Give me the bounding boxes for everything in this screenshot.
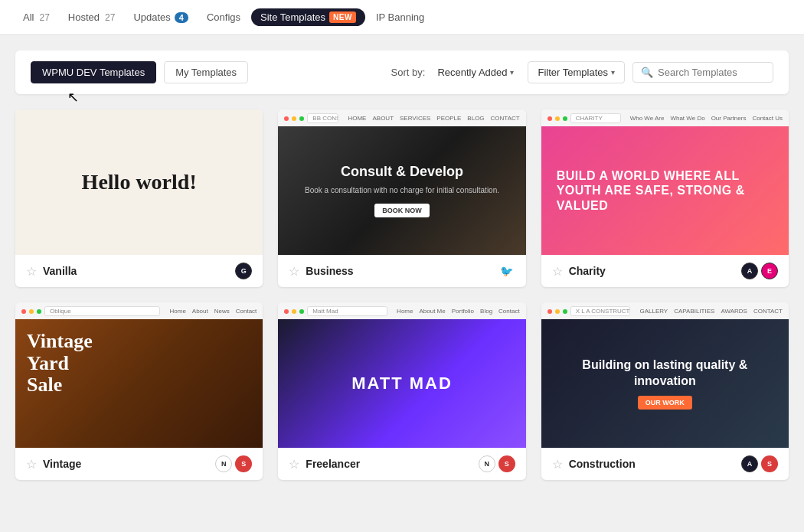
tab-my-templates[interactable]: My Templates [164, 61, 248, 83]
browser-bar-charity: CHARITY Who We AreWhat We DoOur Partners… [541, 109, 789, 128]
card-footer-freelancer: ☆ Freelancer N S [278, 448, 525, 480]
template-tags-charity: A E [741, 263, 778, 279]
template-thumb-vanilla[interactable]: Hello world! [15, 109, 263, 255]
nav-label-configs: Configs [207, 11, 240, 23]
tab-wpmu-dev[interactable]: WPMU DEV Templates [31, 61, 156, 83]
favorite-icon-business[interactable]: ☆ [289, 264, 299, 279]
browser-nav-construction: GALLERYCAPABILITIESAWARDSCONTACT [639, 308, 783, 315]
browser-dot-green-c [563, 116, 567, 121]
template-tags-vintage: N S [215, 455, 252, 472]
browser-nav-freelancer: HomeAbout MePortfolioBlogContact [397, 308, 520, 315]
thumb-construction-bg: Building on lasting quality & innovation… [541, 319, 789, 448]
tag-stackable-icon-con: S [761, 455, 778, 472]
template-thumb-business[interactable]: BB CONSULTING HOMEABOUTSERVICESPEOPLEBLO… [278, 109, 525, 255]
sort-section: Sort by: Recently Added ▾ [391, 64, 521, 81]
favorite-icon-freelancer[interactable]: ☆ [289, 457, 299, 472]
sort-select[interactable]: Recently Added ▾ [431, 64, 520, 81]
thumb-freelancer-name: MATT MAD [351, 374, 453, 393]
nav-item-hosted[interactable]: Hosted 27 [60, 7, 123, 28]
browser-dot-green-v [37, 309, 41, 314]
template-thumb-vintage[interactable]: Oblique HomeAboutNewsContact VintageYard… [15, 302, 263, 448]
template-card-construction: X L A CONSTRUCTION GALLERYCAPABILITIESAW… [541, 302, 789, 480]
nav-label-all: All [23, 11, 34, 23]
browser-nav-charity: Who We AreWhat We DoOur PartnersContact … [630, 115, 783, 122]
browser-dot-red-con [547, 309, 552, 314]
template-name-business: Business [306, 265, 492, 277]
sort-label: Sort by: [391, 67, 426, 78]
card-footer-vintage: ☆ Vintage N S [15, 448, 263, 480]
thumb-charity-text: BUILD A WORLD WHERE ALL YOUTH ARE SAFE, … [557, 168, 773, 213]
templates-grid: Hello world! ☆ Vanilla G BB CONSULTING [15, 109, 789, 480]
top-navigation: All 27 Hosted 27 Updates 4 Configs Site … [0, 0, 804, 35]
browser-bar-construction: X L A CONSTRUCTION GALLERYCAPABILITIESAW… [541, 302, 789, 321]
sort-chevron-icon: ▾ [510, 68, 514, 77]
nav-item-all[interactable]: All 27 [15, 7, 57, 28]
template-card-charity: CHARITY Who We AreWhat We DoOur Partners… [541, 109, 789, 287]
template-thumb-charity[interactable]: CHARITY Who We AreWhat We DoOur Partners… [541, 109, 789, 255]
browser-dot-green-f [299, 309, 304, 314]
search-box: 🔍 [632, 62, 773, 83]
thumb-business-btn: BOOK NOW [374, 204, 430, 217]
browser-dot-red-f [284, 309, 289, 314]
nav-count-all: 27 [39, 12, 49, 23]
thumb-charity-bg: BUILD A WORLD WHERE ALL YOUTH ARE SAFE, … [541, 126, 789, 255]
template-thumb-construction[interactable]: X L A CONSTRUCTION GALLERYCAPABILITIESAW… [541, 302, 789, 448]
browser-url-charity: CHARITY [570, 113, 621, 123]
thumb-content-freelancer: MATT MAD [278, 319, 525, 448]
card-footer-charity: ☆ Charity A E [541, 255, 789, 287]
template-card-freelancer: Matt Mad HomeAbout MePortfolioBlogContac… [278, 302, 525, 480]
nav-item-updates[interactable]: Updates 4 [126, 7, 196, 28]
browser-dot-red-c [547, 116, 552, 121]
favorite-icon-charity[interactable]: ☆ [552, 264, 563, 279]
template-tags-business: 🐦 [498, 263, 515, 279]
browser-dot-red [284, 116, 289, 121]
browser-nav-vintage: HomeAboutNewsContact [169, 308, 257, 315]
tag-avada-icon: A [741, 263, 758, 279]
thumb-construction-btn: OUR WORK [638, 396, 692, 410]
nav-badge-updates: 4 [175, 12, 188, 23]
thumb-business-title: Consult & Develop [341, 164, 463, 180]
nav-item-site-templates[interactable]: Site Templates NEW [251, 8, 365, 26]
browser-dot-green [299, 116, 304, 121]
tag-stackable-icon-f: S [498, 455, 515, 472]
thumb-business-bg: Consult & Develop Book a consultation wi… [278, 126, 525, 255]
search-input[interactable] [658, 67, 765, 78]
browser-url-construction: X L A CONSTRUCTION [570, 306, 631, 316]
thumb-content-construction: Building on lasting quality & innovation… [541, 319, 789, 448]
tag-notion-icon: N [215, 455, 232, 472]
browser-bar-freelancer: Matt Mad HomeAbout MePortfolioBlogContac… [278, 302, 525, 321]
thumb-content-vintage: VintageYardSale [15, 319, 263, 448]
filter-button[interactable]: Filter Templates ▾ [528, 61, 625, 83]
tag-stackable-icon: S [235, 455, 252, 472]
nav-item-ip-banning[interactable]: IP Banning [368, 7, 432, 28]
template-tags-vanilla: G [235, 263, 252, 279]
favorite-icon-vanilla[interactable]: ☆ [26, 264, 37, 279]
template-thumb-freelancer[interactable]: Matt Mad HomeAbout MePortfolioBlogContac… [278, 302, 525, 448]
tag-avada-icon-con: A [741, 455, 758, 472]
template-name-charity: Charity [569, 265, 735, 277]
favorite-icon-construction[interactable]: ☆ [552, 457, 563, 472]
search-icon: 🔍 [641, 67, 653, 78]
nav-label-hosted: Hosted [68, 11, 100, 23]
favorite-icon-vintage[interactable]: ☆ [26, 457, 37, 472]
nav-label-updates: Updates [133, 11, 170, 23]
nav-item-configs[interactable]: Configs [199, 7, 248, 28]
nav-label-ip-banning: IP Banning [376, 11, 424, 23]
card-footer-construction: ☆ Construction A S [541, 448, 789, 480]
browser-dot-green-con [563, 309, 567, 314]
nav-count-hosted: 27 [105, 12, 115, 23]
card-footer-business: ☆ Business 🐦 [278, 255, 525, 287]
thumb-construction-text: Building on lasting quality & innovation [557, 357, 773, 390]
browser-bar-business: BB CONSULTING HOMEABOUTSERVICESPEOPLEBLO… [278, 109, 525, 128]
browser-dot-yellow-v [29, 309, 34, 314]
browser-url-vintage: Oblique [44, 306, 160, 316]
nav-badge-new: NEW [329, 11, 356, 23]
toolbar: WPMU DEV Templates My Templates Sort by:… [15, 51, 789, 94]
browser-nav-business: HOMEABOUTSERVICESPEOPLEBLOGCONTACT [348, 115, 519, 122]
tag-notion-icon-f: N [479, 455, 495, 472]
sort-value: Recently Added [437, 67, 507, 78]
browser-dot-yellow-f [292, 309, 296, 314]
thumb-content-charity: BUILD A WORLD WHERE ALL YOUTH ARE SAFE, … [541, 126, 789, 255]
tag-elementor-icon: E [761, 263, 778, 279]
browser-bar-vintage: Oblique HomeAboutNewsContact [15, 302, 263, 321]
